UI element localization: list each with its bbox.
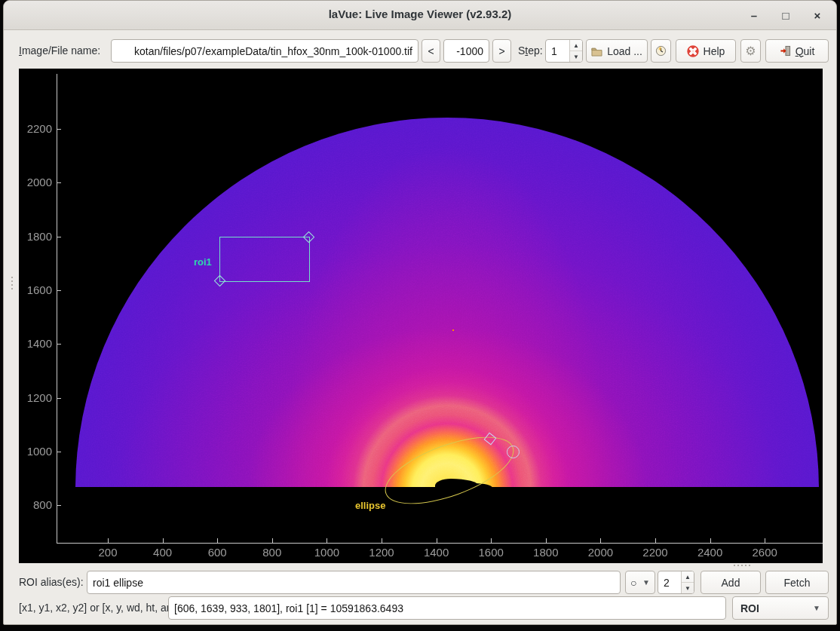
ellipse-shape-icon: ○	[630, 577, 636, 589]
x-tick-label: 1600	[464, 546, 517, 559]
lifebuoy-icon	[687, 45, 699, 57]
x-tick-mark	[108, 538, 109, 543]
maximize-icon[interactable]: □	[779, 8, 792, 22]
x-tick-mark	[546, 538, 547, 543]
y-tick-mark	[57, 290, 61, 291]
x-tick-mark	[326, 538, 327, 543]
x-tick-mark	[710, 538, 711, 543]
spin-down-icon[interactable]: ▼	[570, 51, 582, 62]
image-file-name-label: Image/File name:	[19, 44, 100, 57]
x-tick-label: 1200	[355, 546, 408, 559]
step-spinbox[interactable]: 1 ▲▼	[545, 39, 583, 63]
x-tick-mark	[491, 538, 492, 543]
horizontal-splitter-handle[interactable]	[734, 565, 750, 566]
y-tick-label: 1000	[19, 445, 52, 458]
close-icon[interactable]: ×	[811, 8, 824, 22]
x-tick-label: 400	[136, 546, 189, 559]
roi-count-spinbox[interactable]: 2 ▲▼	[658, 571, 694, 594]
spin-down-icon[interactable]: ▼	[682, 583, 694, 593]
x-tick-mark	[600, 538, 601, 543]
plot-area[interactable]: roi1 ellipse 200400600800100012001400160…	[19, 69, 823, 563]
frame-number-input[interactable]: -1000	[443, 39, 489, 63]
gear-icon: ⚙	[745, 44, 756, 58]
roi-alias-input[interactable]: roi1 ellipse	[87, 571, 621, 594]
x-tick-label: 1800	[520, 546, 572, 559]
y-tick-mark	[57, 452, 61, 452]
prev-frame-button[interactable]: <	[422, 39, 440, 63]
image-file-name-input[interactable]: kotan/files/p07/exampleData/tin_hfox_30n…	[111, 39, 418, 63]
x-tick-label: 2000	[574, 546, 627, 559]
x-tick-mark	[217, 538, 218, 543]
clock-icon	[655, 45, 667, 57]
x-tick-mark	[272, 538, 273, 543]
y-axis-line	[57, 74, 57, 544]
vertical-splitter-handle[interactable]	[11, 277, 14, 289]
roi-shape-combobox[interactable]: ○ ▼	[625, 571, 655, 594]
y-tick-mark	[57, 182, 61, 183]
spin-up-icon[interactable]: ▲	[682, 571, 694, 583]
app-window: laVue: Live Image Viewer (v2.93.2) – □ ×…	[3, 0, 837, 625]
y-tick-label: 1600	[19, 283, 52, 296]
x-axis-line	[57, 543, 823, 544]
quit-button-label: Quit	[796, 45, 815, 57]
roi-alias-label: ROI alias(es):	[19, 576, 84, 588]
x-tick-label: 2400	[684, 546, 737, 559]
roi1-rectangle[interactable]	[219, 237, 310, 282]
y-tick-label: 800	[19, 498, 52, 511]
chevron-down-icon: ▼	[642, 578, 650, 587]
roi1-label: roi1	[194, 256, 212, 268]
next-frame-button[interactable]: >	[492, 39, 511, 63]
hot-pixel	[452, 329, 454, 331]
ellipse-label: ellipse	[355, 500, 385, 511]
chevron-down-icon: ▼	[813, 604, 820, 612]
ellipse-handle-circle[interactable]	[507, 446, 520, 458]
y-tick-mark	[57, 344, 61, 345]
y-tick-label: 1400	[19, 337, 52, 350]
x-tick-label: 1000	[300, 546, 353, 559]
spin-up-icon[interactable]: ▲	[570, 40, 582, 51]
history-button[interactable]	[651, 39, 671, 63]
y-tick-label: 1200	[19, 391, 52, 404]
roi-coords-input[interactable]: [606, 1639, 933, 1801], roi1 [1] = 10591…	[168, 596, 726, 620]
quit-button[interactable]: Quit	[765, 39, 829, 63]
y-tick-label: 2200	[19, 122, 52, 135]
x-tick-mark	[382, 538, 382, 543]
y-tick-label: 1800	[19, 230, 52, 243]
x-tick-label: 2200	[629, 546, 682, 559]
add-roi-button[interactable]: Add	[701, 571, 761, 594]
y-tick-mark	[57, 505, 61, 506]
window-title: laVue: Live Image Viewer (v2.93.2)	[4, 8, 836, 20]
x-tick-mark	[437, 538, 437, 543]
minimize-icon[interactable]: –	[747, 8, 761, 22]
x-tick-mark	[163, 538, 164, 543]
x-tick-label: 2600	[738, 546, 791, 559]
titlebar[interactable]: laVue: Live Image Viewer (v2.93.2) – □ ×	[4, 1, 836, 30]
settings-button[interactable]: ⚙	[740, 39, 761, 63]
x-tick-label: 200	[81, 546, 134, 559]
roi-mode-combobox[interactable]: ROI ▼	[732, 596, 829, 620]
x-tick-label: 600	[191, 546, 244, 559]
x-tick-label: 1400	[410, 546, 463, 559]
y-tick-mark	[57, 237, 61, 237]
x-tick-mark	[655, 538, 656, 543]
fetch-button[interactable]: Fetch	[765, 571, 829, 594]
step-label: Step:	[518, 44, 543, 57]
folder-icon	[591, 46, 602, 57]
help-button[interactable]: Help	[676, 39, 736, 63]
y-tick-label: 2000	[19, 176, 52, 188]
x-tick-label: 800	[246, 546, 299, 559]
x-tick-mark	[765, 538, 765, 543]
load-button[interactable]: Load ...	[586, 39, 648, 63]
y-tick-mark	[57, 398, 61, 399]
y-tick-mark	[57, 129, 61, 130]
quit-icon	[780, 45, 791, 57]
